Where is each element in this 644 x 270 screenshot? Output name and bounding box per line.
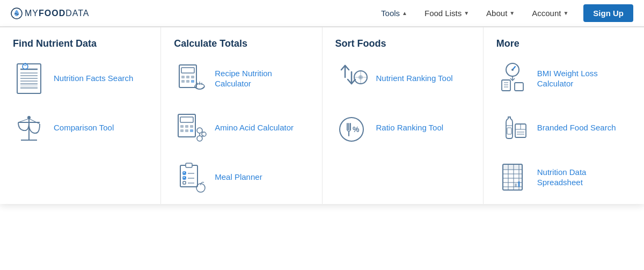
- logo-text: MYFOODDATA: [25, 9, 90, 18]
- header: MYFOODDATA Tools ▲ Food Lists ▼ About ▼ …: [0, 0, 644, 27]
- nav-tools[interactable]: Tools ▲: [374, 5, 415, 21]
- logo[interactable]: MYFOODDATA: [11, 8, 90, 19]
- about-chevron-icon: ▼: [509, 10, 515, 16]
- nav-food-lists[interactable]: Food Lists ▼: [417, 5, 477, 21]
- food-lists-chevron-icon: ▼: [464, 10, 469, 16]
- logo-icon: [11, 8, 23, 19]
- tools-chevron-icon: ▲: [402, 10, 407, 16]
- nav-account[interactable]: Account ▼: [524, 5, 576, 21]
- signup-button[interactable]: Sign Up: [583, 4, 633, 22]
- account-chevron-icon: ▼: [563, 10, 568, 16]
- nav-about[interactable]: About ▼: [479, 5, 522, 21]
- main-nav: Tools ▲ Food Lists ▼ About ▼ Account ▼ S…: [374, 4, 633, 22]
